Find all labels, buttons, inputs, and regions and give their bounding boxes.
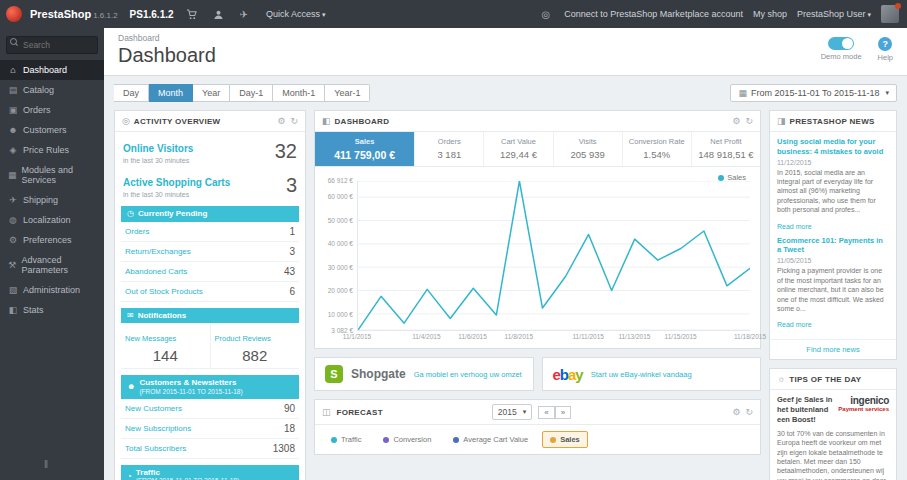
- kpi-tile[interactable]: Cart Value 129,44 €: [484, 132, 553, 166]
- sidebar-item[interactable]: ▦ Modules and Services: [0, 160, 104, 190]
- news-article-title[interactable]: Using social media for your business: 4 …: [777, 137, 889, 157]
- period-button[interactable]: Day: [114, 84, 149, 102]
- customers-row-label[interactable]: New Customers: [125, 404, 284, 413]
- customers-row[interactable]: Total Subscribers 1308: [121, 439, 299, 459]
- news-panel-header: ◨ PRESTASHOP NEWS: [770, 111, 896, 132]
- marketplace-link[interactable]: Connect to PrestaShop Marketplace accoun…: [564, 9, 743, 19]
- customers-row[interactable]: New Customers 90: [121, 399, 299, 419]
- sidebar-item[interactable]: ▤ Catalog: [0, 80, 104, 100]
- search-input[interactable]: [6, 36, 98, 54]
- page-header: Dashboard Dashboard Demo mode ? Help: [104, 28, 907, 76]
- forecast-legend-item[interactable]: Sales: [542, 431, 588, 448]
- gear-icon[interactable]: ⚙: [277, 116, 285, 126]
- my-shop-link[interactable]: My shop: [753, 9, 787, 19]
- refresh-icon[interactable]: ↻: [290, 116, 298, 126]
- gear-icon[interactable]: ⚙: [732, 116, 740, 126]
- period-button[interactable]: Year: [193, 84, 230, 102]
- sidebar-item[interactable]: ⌂ Dashboard: [0, 60, 104, 80]
- forecast-legend-item[interactable]: Traffic: [323, 431, 369, 448]
- notification-cell[interactable]: Product Reviews 882: [210, 323, 300, 368]
- sidebar-item-label: Customers: [23, 125, 67, 135]
- pending-row[interactable]: Abandoned Carts 43: [121, 262, 299, 282]
- avatar[interactable]: [881, 5, 899, 23]
- sidebar-collapse-toggle[interactable]: ‖: [0, 449, 104, 480]
- date-range-picker[interactable]: ▦ From 2015-11-01 To 2015-11-18 ▾: [730, 84, 897, 102]
- refresh-icon[interactable]: ↻: [745, 407, 753, 417]
- shopgate-link[interactable]: Ga mobiel en verhoog uw omzet: [414, 370, 522, 379]
- demo-mode-label: Demo mode: [821, 52, 862, 61]
- sidebar-item[interactable]: ◍ Localization: [0, 210, 104, 230]
- customers-row-label[interactable]: Total Subscribers: [125, 444, 273, 453]
- next-page-button[interactable]: »: [555, 406, 571, 419]
- pending-row-label[interactable]: Orders: [125, 227, 289, 236]
- sidebar-item[interactable]: ✈ Shipping: [0, 190, 104, 210]
- sales-chart[interactable]: [357, 181, 750, 331]
- sidebar-item[interactable]: ▧ Administration: [0, 280, 104, 300]
- launch-icon[interactable]: ✈: [236, 9, 252, 20]
- pending-row-label[interactable]: Abandoned Carts: [125, 267, 284, 276]
- pending-row[interactable]: Orders 1: [121, 222, 299, 242]
- sidebar-item[interactable]: ☻ Customers: [0, 120, 104, 140]
- sidebar-item[interactable]: ▣ Orders: [0, 100, 104, 120]
- x-tick-label: 11/15/2015: [665, 333, 697, 340]
- kpi-tile[interactable]: Net Profit 148 918,51 €: [692, 132, 760, 166]
- customers-row-label[interactable]: New Subscriptions: [125, 424, 284, 433]
- demo-mode-control[interactable]: Demo mode: [821, 37, 862, 61]
- refresh-icon[interactable]: ↻: [745, 116, 753, 126]
- online-visitors-link[interactable]: Online Visitors: [123, 143, 193, 154]
- help-icon[interactable]: ?: [878, 37, 892, 51]
- kpi-tile[interactable]: Visits 205 939: [554, 132, 623, 166]
- online-visitors-sub: in the last 30 minutes: [123, 157, 275, 164]
- sidebar-item[interactable]: ⚙ Preferences: [0, 230, 104, 250]
- help-control[interactable]: ? Help: [878, 37, 893, 62]
- active-carts-link[interactable]: Active Shopping Carts: [123, 177, 230, 188]
- customers-row[interactable]: New Subscriptions 18: [121, 419, 299, 439]
- forecast-year-select[interactable]: 2015▾: [492, 404, 532, 420]
- ebay-link[interactable]: Start uw eBay-winkel vandaag: [591, 370, 692, 379]
- shopgate-promo[interactable]: S Shopgate Ga mobiel en verhoog uw omzet: [314, 357, 534, 391]
- activity-panel-title: ACTIVITY OVERVIEW: [134, 117, 274, 126]
- kpi-tile[interactable]: Orders 3 181: [415, 132, 484, 166]
- demo-mode-toggle[interactable]: [828, 37, 854, 50]
- kpi-tile[interactable]: Conversion Rate 1.54%: [623, 132, 692, 166]
- cart-icon[interactable]: [182, 9, 201, 20]
- sidebar-item[interactable]: ◧ Stats: [0, 300, 104, 320]
- user-dropdown[interactable]: PrestaShop User▾: [797, 9, 871, 19]
- forecast-panel: ◫ FORECAST 2015▾ « » ⚙↻: [314, 399, 761, 455]
- y-tick-label: 40 000 €: [328, 240, 353, 247]
- period-button[interactable]: Month: [149, 84, 193, 102]
- find-more-news-link[interactable]: Find more news: [770, 339, 896, 359]
- pending-row-value: 3: [289, 246, 295, 257]
- traffic-header: ◔ Traffic(FROM 2015-11-01 TO 2015-11-18): [121, 465, 299, 480]
- ebay-logo-letter: b: [560, 366, 568, 383]
- sidebar-item[interactable]: ⚒ Advanced Parameters: [0, 250, 104, 280]
- column-dashboard: ◧ DASHBOARD ⚙↻ Sales 411 759,00 €: [314, 110, 761, 463]
- quick-access-menu[interactable]: Quick Access▾: [260, 9, 332, 19]
- pending-row-label[interactable]: Return/Exchanges: [125, 247, 289, 256]
- read-more-link[interactable]: Read more: [777, 223, 812, 230]
- topbar: PrestaShop1.6.1.2 PS1.6.1.2 ✈ Quick Acce…: [0, 0, 907, 28]
- pending-row-label[interactable]: Out of Stock Products: [125, 287, 289, 296]
- sidebar-item[interactable]: ◈ Price Rules: [0, 140, 104, 160]
- previous-page-button[interactable]: «: [538, 406, 554, 419]
- period-button[interactable]: Month-1: [273, 84, 325, 102]
- main: Dashboard Dashboard Demo mode ? Help: [104, 28, 907, 480]
- period-button[interactable]: Day-1: [230, 84, 273, 102]
- news-article-title[interactable]: Ecommerce 101: Payments in a Tweet: [777, 236, 889, 256]
- search-icon: [10, 38, 17, 45]
- period-button[interactable]: Year-1: [325, 84, 370, 102]
- user-icon[interactable]: [209, 9, 228, 20]
- forecast-legend-item[interactable]: Average Cart Value: [445, 431, 536, 448]
- ebay-promo[interactable]: ebay Start uw eBay-winkel vandaag: [542, 357, 762, 391]
- prestashop-admin: PrestaShop1.6.1.2 PS1.6.1.2 ✈ Quick Acce…: [0, 0, 907, 480]
- notification-label[interactable]: New Messages: [125, 334, 176, 343]
- pending-row[interactable]: Return/Exchanges 3: [121, 242, 299, 262]
- pending-row[interactable]: Out of Stock Products 6: [121, 282, 299, 302]
- read-more-link[interactable]: Read more: [777, 321, 812, 328]
- news-article: Using social media for your business: 4 …: [777, 137, 889, 236]
- kpi-tile[interactable]: Sales 411 759,00 €: [315, 132, 415, 166]
- forecast-legend-item[interactable]: Conversion: [375, 431, 439, 448]
- notification-label[interactable]: Product Reviews: [215, 334, 271, 343]
- gear-icon[interactable]: ⚙: [732, 407, 740, 417]
- notification-cell[interactable]: New Messages 144: [121, 323, 210, 368]
